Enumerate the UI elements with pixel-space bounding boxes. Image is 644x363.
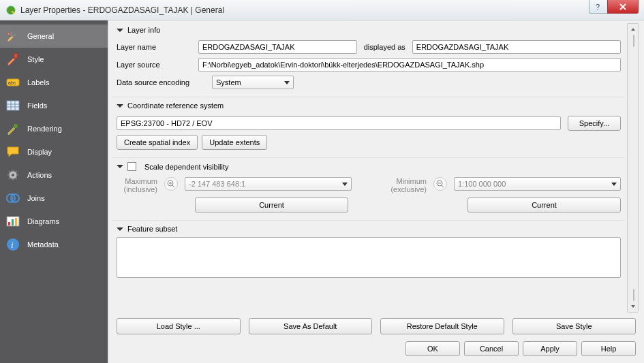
sidebar-item-general[interactable]: General [0,25,108,48]
svg-rect-8 [7,101,19,110]
scrollbar-thumb[interactable] [633,35,634,47]
sidebar-item-fields[interactable]: Fields [0,94,108,117]
ok-button[interactable]: OK [405,341,460,356]
chevron-down-icon [342,183,348,186]
encoding-combo[interactable]: System [212,76,294,89]
current-min-button[interactable]: Current [467,198,621,212]
scale-visibility-checkbox[interactable] [127,162,136,171]
svg-line-25 [172,185,174,187]
sidebar-item-label: Fields [27,101,47,110]
save-default-button[interactable]: Save As Default [249,318,373,334]
specify-button[interactable]: Specify... [568,116,621,131]
scrollbar-thumb[interactable] [633,289,634,301]
sidebar-item-label: General [27,32,54,40]
sidebar-item-labels[interactable]: abc Labels [0,71,108,94]
label-icon: abc [5,75,20,90]
sidebar-item-label: Actions [27,171,52,179]
sidebar-item-label: Rendering [27,125,62,133]
min-label-a: Minimum [386,177,427,185]
max-label-a: Maximum [117,177,157,185]
layer-name-input[interactable] [198,40,357,54]
info-icon: i [5,237,20,252]
svg-rect-20 [12,219,14,225]
svg-text:?: ? [596,3,600,11]
displayed-as-label: displayed as [364,43,405,51]
titlebar: Layer Properties - ERDOGAZDASAGI_TAJAK |… [0,0,644,20]
layer-source-label: Layer source [117,61,191,69]
update-extents-button[interactable]: Update extents [202,135,267,150]
sidebar-item-display[interactable]: Display [0,140,108,163]
chevron-down-icon [611,183,617,186]
zoom-out-icon[interactable] [433,177,447,191]
group-scale: Scale dependent visibility Maximum (incl… [112,158,625,221]
encoding-label: Data source encoding [117,78,205,86]
vertical-scrollbar[interactable] [627,23,639,313]
wrench-icon [5,29,20,44]
dialog-button-row: OK Cancel Apply Help [112,340,640,360]
svg-rect-19 [8,222,10,225]
svg-rect-21 [15,218,17,225]
qgis-icon [5,5,16,16]
group-title: Coordinate reference system [127,101,224,110]
sidebar-item-joins[interactable]: Joins [0,187,108,210]
collapse-triangle-icon[interactable] [117,165,123,168]
svg-line-29 [442,185,444,187]
cancel-button[interactable]: Cancel [464,341,519,356]
sidebar-item-label: Labels [27,78,49,86]
join-icon [5,191,20,206]
speech-icon [5,144,20,159]
help-button[interactable]: Help [581,341,636,356]
chevron-down-icon [284,81,290,84]
displayed-as-input[interactable] [412,40,621,54]
max-label-b: (inclusive) [117,185,157,193]
window-close-button[interactable] [607,0,639,14]
save-style-button[interactable]: Save Style [512,318,637,334]
sidebar-item-style[interactable]: Style [0,48,108,71]
main-panel: Layer info Layer name displayed as Layer… [108,20,644,363]
min-scale-combo[interactable]: 1:100 000 000 [454,177,621,191]
sidebar-item-actions[interactable]: Actions [0,163,108,187]
group-title: Scale dependent visibility [144,163,229,171]
crs-input[interactable] [117,116,561,130]
apply-button[interactable]: Apply [523,341,577,356]
window-buttons: ? [589,0,639,14]
encoding-value: System [216,78,241,86]
brush-icon [5,52,20,67]
max-scale-combo[interactable]: -2 147 483 648:1 [185,177,352,191]
sidebar-item-label: Metadata [27,240,59,249]
sidebar-item-label: Diagrams [27,217,59,225]
svg-rect-5 [14,53,18,59]
sidebar-item-metadata[interactable]: i Metadata [0,233,108,256]
zoom-in-icon[interactable] [164,177,178,191]
collapse-triangle-icon[interactable] [117,227,123,231]
sidebar-item-label: Style [27,55,44,63]
paintbrush-icon [5,121,20,136]
load-style-button[interactable]: Load Style ... [117,318,241,334]
scroll-up-arrow-icon[interactable] [628,24,638,35]
chart-icon [5,214,20,229]
max-scale-value: -2 147 483 648:1 [189,180,245,188]
save-style-label: Save Style [556,322,592,330]
sidebar-item-rendering[interactable]: Rendering [0,117,108,140]
sidebar-item-label: Joins [27,194,45,202]
svg-text:i: i [11,240,14,250]
svg-text:abc: abc [8,80,16,85]
table-icon [5,98,20,113]
min-scale-value: 1:100 000 000 [458,180,506,188]
layer-source-input[interactable] [198,58,621,72]
group-title: Layer info [127,26,160,34]
gear-icon [5,168,20,183]
collapse-triangle-icon[interactable] [117,29,123,32]
collapse-triangle-icon[interactable] [117,104,123,108]
layer-name-label: Layer name [117,43,191,51]
scroll-down-arrow-icon[interactable] [628,301,638,312]
create-spatial-index-button[interactable]: Create spatial index [117,135,198,150]
sidebar-item-diagrams[interactable]: Diagrams [0,210,108,233]
window-help-button[interactable]: ? [589,0,608,14]
feature-subset-textarea[interactable] [117,237,621,278]
min-label-b: (exclusive) [386,185,427,193]
restore-default-button[interactable]: Restore Default Style [380,318,504,334]
group-title: Feature subset [127,225,177,233]
group-layer-info: Layer info Layer name displayed as Layer… [112,22,625,97]
current-max-button[interactable]: Current [195,198,348,212]
